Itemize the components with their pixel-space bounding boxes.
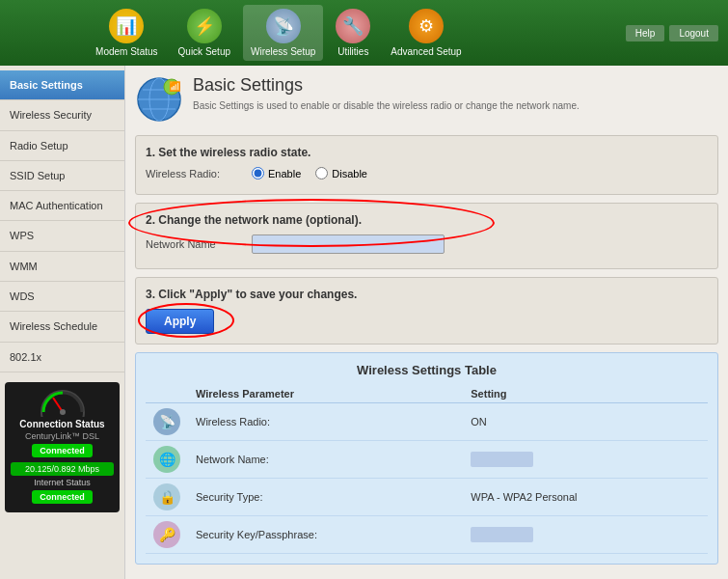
- table-icon-col-header: [146, 385, 188, 403]
- logout-button[interactable]: Logout: [669, 25, 718, 41]
- enable-radio-option[interactable]: Enable: [252, 167, 301, 179]
- wireless-radio-label: Wireless Radio:: [146, 168, 242, 179]
- connection-status-title: Connection Status: [11, 419, 114, 429]
- table-row: 📡 Wireless Radio: ON: [146, 403, 708, 441]
- content-area: 📶 Basic Settings Basic Settings is used …: [125, 66, 728, 579]
- modem-label: Modem Status: [95, 46, 157, 57]
- nav-wireless-setup[interactable]: 📡 Wireless Setup: [243, 5, 323, 61]
- section2-title: 2. Change the network name (optional).: [146, 213, 708, 227]
- passphrase-value: [471, 527, 532, 542]
- table-row-setting-2: [463, 441, 708, 479]
- quick-label: Quick Setup: [178, 46, 230, 57]
- network-name-input[interactable]: [252, 234, 445, 254]
- sidebar: Basic Settings Wireless Security Radio S…: [0, 66, 125, 579]
- section-apply: 3. Click "Apply" to save your changes. A…: [135, 277, 718, 345]
- sidebar-item-wmm[interactable]: WMM: [0, 252, 124, 282]
- sidebar-item-8021x[interactable]: 802.1x: [0, 343, 124, 372]
- wireless-settings-table-box: Wireless Settings Table Wireless Paramet…: [135, 352, 718, 565]
- table-row-setting-4: [463, 516, 708, 554]
- network-name-value: [471, 452, 532, 467]
- row-icon-security: 🔒: [153, 483, 180, 510]
- wireless-label: Wireless Setup: [251, 46, 315, 57]
- table-row-icon-3: 🔒: [146, 479, 188, 516]
- utilities-icon: 🔧: [336, 9, 370, 43]
- nav-quick-setup[interactable]: ⚡ Quick Setup: [171, 5, 238, 61]
- top-navigation-bar: 📊 Modem Status ⚡ Quick Setup 📡 Wireless …: [0, 0, 728, 66]
- connection-status-box: Connection Status CenturyLink™ DSL Conne…: [5, 382, 120, 512]
- top-right-buttons: Help Logout: [626, 25, 718, 41]
- nav-utilities[interactable]: 🔧 Utilities: [328, 5, 378, 61]
- page-description: Basic Settings is used to enable or disa…: [193, 99, 580, 113]
- sidebar-item-wds[interactable]: WDS: [0, 282, 124, 312]
- table-row-param-4: Security Key/Passphrase:: [188, 516, 463, 554]
- page-header-text: Basic Settings Basic Settings is used to…: [193, 75, 580, 113]
- enable-label: Enable: [268, 168, 301, 179]
- main-layout: Basic Settings Wireless Security Radio S…: [0, 66, 728, 579]
- row-icon-network: 🌐: [153, 446, 180, 473]
- svg-text:📶: 📶: [169, 80, 181, 93]
- table-row-setting-1: ON: [463, 403, 708, 441]
- page-title: Basic Settings: [193, 75, 580, 96]
- section-radio-state: 1. Set the wireless radio state. Wireles…: [135, 135, 718, 195]
- connection-status-badge: Connected: [32, 444, 93, 457]
- table-row-icon-2: 🌐: [146, 441, 188, 479]
- radio-state-row: Wireless Radio: Enable Disable: [146, 167, 708, 179]
- nav-advanced-setup[interactable]: ⚙ Advanced Setup: [383, 5, 469, 61]
- sidebar-item-mac[interactable]: MAC Authentication: [0, 191, 124, 221]
- help-button[interactable]: Help: [626, 25, 665, 41]
- sidebar-item-ssid[interactable]: SSID Setup: [0, 161, 124, 191]
- section3-title: 3. Click "Apply" to save your changes.: [146, 288, 708, 301]
- sidebar-item-wireless-security[interactable]: Wireless Security: [0, 100, 124, 130]
- speedometer-icon: [39, 388, 87, 417]
- sidebar-item-basic[interactable]: Basic Settings: [0, 70, 124, 100]
- sidebar-item-schedule[interactable]: Wireless Schedule: [0, 312, 124, 342]
- table-row: 🔒 Security Type: WPA - WPA2 Personal: [146, 479, 708, 516]
- brand-text: CenturyLink™ DSL: [11, 431, 114, 441]
- row-icon-passphrase: 🔑: [153, 521, 180, 548]
- section-network-name: 2. Change the network name (optional). N…: [135, 203, 718, 269]
- table-row-param-2: Network Name:: [188, 441, 463, 479]
- modem-icon: 📊: [109, 9, 144, 43]
- table-row: 🌐 Network Name:: [146, 441, 708, 479]
- disable-radio-option[interactable]: Disable: [315, 167, 367, 179]
- row-icon-radio: 📡: [153, 408, 180, 435]
- nav-modem-status[interactable]: 📊 Modem Status: [88, 5, 165, 61]
- page-header: 📶 Basic Settings Basic Settings is used …: [135, 75, 718, 124]
- table-row: 🔑 Security Key/Passphrase:: [146, 516, 708, 554]
- network-name-row: Network Name: [146, 234, 708, 254]
- enable-radio-input[interactable]: [252, 167, 264, 179]
- table-row-icon-4: 🔑: [146, 516, 188, 554]
- radio-state-group: Enable Disable: [252, 167, 367, 179]
- internet-status-badge: Connected: [32, 490, 93, 504]
- page-globe-icon: 📶: [135, 75, 183, 124]
- nav-icons-group: 📊 Modem Status ⚡ Quick Setup 📡 Wireless …: [88, 5, 470, 61]
- sidebar-item-wps[interactable]: WPS: [0, 221, 124, 251]
- network-name-label: Network Name: [146, 238, 242, 250]
- table-param-header: Wireless Parameter: [188, 385, 463, 403]
- settings-table: Wireless Parameter Setting 📡 Wireless Ra…: [146, 385, 708, 554]
- advanced-label: Advanced Setup: [391, 46, 461, 57]
- disable-radio-input[interactable]: [315, 167, 328, 179]
- table-setting-header: Setting: [463, 385, 708, 403]
- apply-button[interactable]: Apply: [146, 309, 214, 334]
- utilities-label: Utilities: [337, 46, 368, 57]
- disable-label: Disable: [332, 168, 367, 179]
- speed-badge: 20.125/0.892 Mbps: [11, 462, 114, 476]
- section1-title: 1. Set the wireless radio state.: [146, 146, 708, 159]
- svg-point-2: [60, 409, 66, 415]
- quick-icon: ⚡: [187, 9, 222, 43]
- internet-status-label: Internet Status: [11, 478, 114, 487]
- table-row-param-1: Wireless Radio:: [188, 403, 463, 441]
- advanced-icon: ⚙: [409, 9, 444, 43]
- wireless-icon: 📡: [266, 9, 301, 43]
- table-row-param-3: Security Type:: [188, 479, 463, 516]
- sidebar-item-radio[interactable]: Radio Setup: [0, 131, 124, 161]
- table-row-setting-3: WPA - WPA2 Personal: [463, 479, 708, 516]
- table-row-icon-1: 📡: [146, 403, 188, 441]
- table-title: Wireless Settings Table: [146, 363, 708, 377]
